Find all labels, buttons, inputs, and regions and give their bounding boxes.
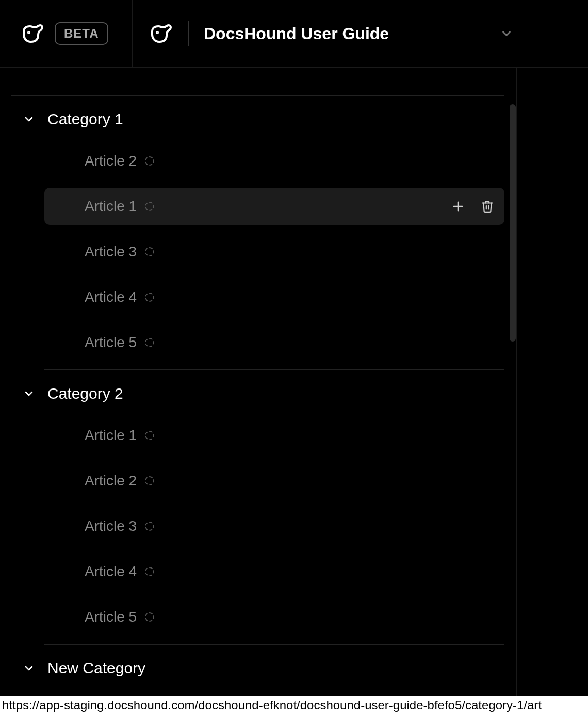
draft-status-icon xyxy=(145,202,154,211)
draft-status-icon xyxy=(145,431,154,440)
topbar-brand[interactable]: BETA xyxy=(0,0,133,67)
svg-point-0 xyxy=(28,32,29,33)
category-header[interactable]: Category 2 xyxy=(11,370,504,417)
draft-status-icon xyxy=(145,156,154,166)
content-area xyxy=(516,68,588,696)
draft-status-icon xyxy=(145,338,154,347)
logo-icon xyxy=(21,21,45,46)
article-title: Article 1 xyxy=(85,427,137,444)
delete-button[interactable] xyxy=(481,200,494,213)
chevron-down-icon xyxy=(23,387,35,400)
category-header[interactable]: Category 1 xyxy=(11,96,504,142)
sidebar: Category 1 Article 2 Article 1 xyxy=(0,95,516,691)
svg-point-1 xyxy=(157,32,158,33)
article-title: Article 3 xyxy=(85,244,137,260)
article-title: Article 2 xyxy=(85,473,137,489)
chevron-down-icon xyxy=(23,662,35,674)
article-item[interactable]: Article 3 xyxy=(44,233,504,270)
article-title: Article 3 xyxy=(85,518,137,534)
article-title: Article 5 xyxy=(85,334,137,351)
article-item[interactable]: Article 1 xyxy=(44,417,504,454)
logo-icon xyxy=(149,21,174,46)
category-title: Category 1 xyxy=(47,110,123,128)
draft-status-icon xyxy=(145,293,154,302)
article-item[interactable]: Article 5 xyxy=(44,324,504,361)
draft-status-icon xyxy=(145,567,154,576)
article-item[interactable]: Article 4 xyxy=(44,279,504,316)
article-title: Article 4 xyxy=(85,563,137,580)
topbar-title-area[interactable]: DocsHound User Guide xyxy=(133,0,588,67)
chevron-down-icon[interactable] xyxy=(500,27,513,40)
draft-status-icon xyxy=(145,522,154,531)
article-title: Article 2 xyxy=(85,153,137,169)
add-button[interactable] xyxy=(451,199,465,214)
topbar: BETA DocsHound User Guide xyxy=(0,0,588,68)
title-separator xyxy=(188,21,189,46)
draft-status-icon xyxy=(145,247,154,256)
page-title: DocsHound User Guide xyxy=(204,24,389,43)
article-item[interactable]: Article 4 xyxy=(44,553,504,590)
article-item[interactable]: Article 1 xyxy=(44,188,504,225)
draft-status-icon xyxy=(145,612,154,622)
article-item[interactable]: Article 3 xyxy=(44,508,504,545)
article-title: Article 5 xyxy=(85,609,137,625)
article-title: Article 1 xyxy=(85,198,137,215)
category-title: Category 2 xyxy=(47,385,123,402)
chevron-down-icon xyxy=(23,113,35,125)
article-title: Article 4 xyxy=(85,289,137,305)
category-header[interactable]: New Category xyxy=(11,645,504,691)
draft-status-icon xyxy=(145,476,154,485)
article-item[interactable]: Article 2 xyxy=(44,142,504,180)
statusbar-url: https://app-staging.docshound.com/docsho… xyxy=(2,698,542,712)
scrollbar[interactable] xyxy=(510,104,516,342)
article-item[interactable]: Article 5 xyxy=(44,598,504,636)
article-item[interactable]: Article 2 xyxy=(44,462,504,499)
statusbar: https://app-staging.docshound.com/docsho… xyxy=(0,696,588,714)
category-title: New Category xyxy=(47,659,145,677)
beta-badge: BETA xyxy=(55,22,108,45)
